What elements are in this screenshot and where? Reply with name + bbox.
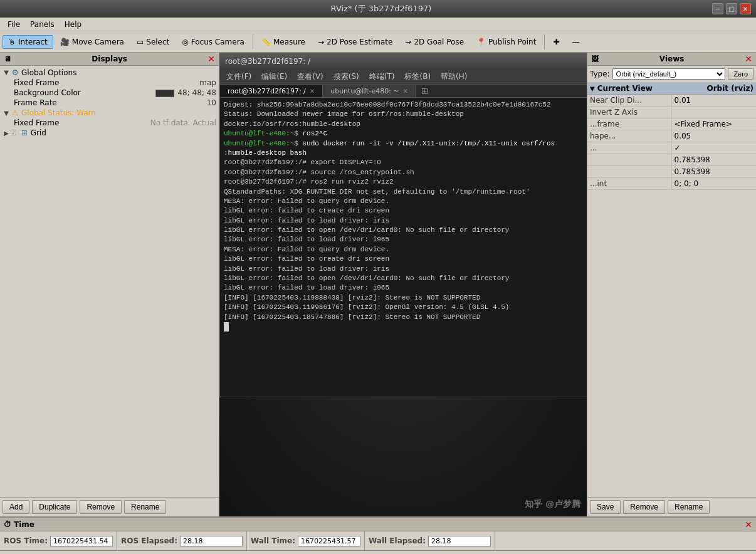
menu-help[interactable]: Help	[60, 19, 87, 30]
views-remove-button[interactable]: Remove	[623, 500, 665, 514]
frame-val[interactable]: <Fixed Frame>	[672, 118, 757, 130]
grid-checkbox[interactable]: ☑	[10, 128, 17, 137]
toolbar-publish-point[interactable]: 📍 Publish Point	[471, 35, 542, 49]
move-camera-icon: 🎥	[60, 38, 70, 46]
plus-icon: ✚	[553, 38, 559, 46]
terminal-body[interactable]: Digest: sha256:99ab7a8dba2ec10c76ee008df…	[220, 98, 587, 397]
separator1	[253, 34, 253, 50]
terminal-tab-1[interactable]: root@3b277d2f6197: / ✕	[220, 85, 323, 97]
views-row-val2: 0.785398	[587, 166, 756, 178]
tree-global-options[interactable]: ▼ ⚙ Global Options	[1, 67, 218, 78]
time-fields-row: ROS Time: 1670225431.54 ROS Elapsed: 28.…	[0, 531, 756, 550]
minimize-button[interactable]: ─	[712, 3, 723, 14]
views-row-val1: 0.785398	[587, 154, 756, 166]
toolbar-2d-pose[interactable]: → 2D Pose Estimate	[312, 35, 398, 49]
views-rename-button[interactable]: Rename	[668, 500, 710, 514]
tree-grid[interactable]: ▶ ☑ ⊞ Grid	[1, 128, 218, 138]
views-panel-header: 🖼 Views ✕	[587, 53, 756, 66]
tab2-close[interactable]: ✕	[403, 88, 408, 95]
val2-val[interactable]: 0.785398	[672, 166, 757, 177]
wall-elapsed-value: 28.18	[428, 536, 491, 546]
invert-z-val[interactable]	[672, 107, 757, 118]
terminal-tabs: root@3b277d2f6197: / ✕ ubuntu@lft-e480: …	[220, 85, 587, 98]
toolbar-focus-camera[interactable]: ◎ Focus Camera	[176, 35, 250, 49]
window-title: RViz* (于 3b277d2f6197)	[50, 3, 712, 14]
terminal-menu-view[interactable]: 查看(V)	[293, 71, 327, 83]
publish-icon: 📍	[476, 38, 486, 46]
ros-elapsed-label: ROS Elapsed:	[121, 536, 177, 545]
toolbar-2d-goal[interactable]: → 2D Goal Pose	[399, 35, 470, 49]
ros-time-label: ROS Time:	[4, 536, 48, 545]
pose-icon: →	[318, 38, 324, 46]
frame-rate-label: Frame Rate	[14, 98, 204, 107]
time-panel-close[interactable]: ✕	[745, 520, 752, 530]
current-view-label: Current View	[597, 84, 653, 93]
val1-val[interactable]: 0.785398	[672, 154, 757, 165]
terminal-title-bar[interactable]: root@3b277d2f6197: / ─ □ ✕	[220, 53, 587, 70]
ros-elapsed-value: 28.18	[180, 536, 243, 546]
measure-label: Measure	[273, 38, 305, 46]
tree-fixed-frame-status[interactable]: Fixed Frame No tf data. Actual	[1, 118, 218, 128]
views-type-row: Type: Orbit (rviz_default_) Zero	[587, 66, 756, 83]
term-line-1: Digest: sha256:99ab7a8dba2ec10c76ee008df…	[224, 100, 587, 110]
views-zero-button[interactable]: Zero	[728, 68, 753, 80]
tree-global-status[interactable]: ▼ ⚠ Global Status: Warn	[1, 108, 218, 118]
focus-label: Focus Camera	[191, 38, 244, 46]
close-button[interactable]: ✕	[740, 3, 751, 14]
tab1-close[interactable]: ✕	[310, 88, 315, 95]
duplicate-button[interactable]: Duplicate	[32, 500, 77, 514]
term-line-13: libGL error: failed to open /dev/dri/car…	[224, 226, 587, 235]
point-val[interactable]: 0; 0; 0	[672, 178, 757, 189]
tree-background-color[interactable]: Background Color 48; 48; 48	[1, 88, 218, 98]
global-options-label: Global Options	[21, 68, 216, 77]
near-clip-val[interactable]: 0.01	[672, 95, 757, 106]
terminal-menu-edit[interactable]: 编辑(E)	[258, 71, 291, 83]
term-line-18: libGL error: failed to open /dev/dri/car…	[224, 274, 587, 283]
wall-elapsed-label: Wall Elapsed:	[369, 536, 426, 545]
rename-button[interactable]: Rename	[124, 500, 166, 514]
terminal-menu-help[interactable]: 帮助(H)	[437, 71, 471, 83]
term-line-10: MESA: error: Failed to query drm device.	[224, 197, 587, 206]
invert-z-key: Invert Z Axis	[587, 107, 672, 118]
term-line-5b: :humble-desktop bash	[224, 149, 587, 158]
maximize-button[interactable]: □	[726, 3, 737, 14]
views-type-select[interactable]: Orbit (rviz_default_)	[612, 68, 726, 80]
views-panel: 🖼 Views ✕ Type: Orbit (rviz_default_) Ze…	[587, 53, 756, 516]
views-panel-close[interactable]: ✕	[745, 54, 752, 64]
add-button[interactable]: Add	[3, 500, 29, 514]
toolbar-plus[interactable]: ✚	[547, 35, 565, 49]
menu-file[interactable]: File	[3, 19, 25, 30]
minus-icon: —	[572, 38, 579, 46]
current-view-type: Orbit (rviz)	[706, 84, 753, 93]
toolbar-select[interactable]: ▭ Select	[131, 35, 175, 49]
toolbar-measure[interactable]: 📏 Measure	[256, 35, 311, 49]
pose-label: 2D Pose Estimate	[327, 38, 392, 46]
terminal-menu-search[interactable]: 搜索(S)	[330, 71, 363, 83]
menu-panels[interactable]: Panels	[25, 19, 60, 30]
move-camera-label: Move Camera	[72, 38, 124, 46]
term-line-17: libGL error: failed to load driver: iris	[224, 264, 587, 274]
terminal-tab-2[interactable]: ubuntu@lft-e480: ~ ✕	[323, 85, 416, 97]
toolbar-move-camera[interactable]: 🎥 Move Camera	[55, 35, 130, 49]
title-bar: RViz* (于 3b277d2f6197) ─ □ ✕	[0, 0, 756, 18]
global-status-label: Global Status: Warn	[21, 108, 216, 117]
terminal-menu-terminal[interactable]: 终端(T)	[365, 71, 399, 83]
window-controls[interactable]: ─ □ ✕	[712, 3, 756, 14]
remove-button[interactable]: Remove	[80, 500, 122, 514]
displays-panel-icon: 🖥	[4, 55, 11, 63]
terminal-menu-file[interactable]: 文件(F)	[223, 71, 255, 83]
toolbar-minus[interactable]: —	[566, 35, 585, 49]
frame-rate-value: 10	[204, 98, 216, 107]
views-save-button[interactable]: Save	[590, 500, 621, 514]
tree-fixed-frame[interactable]: Fixed Frame map	[1, 78, 218, 88]
toolbar-interact[interactable]: 🖱 Interact	[3, 35, 53, 49]
displays-panel-close[interactable]: ✕	[207, 54, 215, 64]
tree-frame-rate[interactable]: Frame Rate 10	[1, 98, 218, 108]
views-panel-title: Views	[659, 55, 685, 63]
terminal-new-tab[interactable]: ⊞	[416, 85, 434, 97]
views-content: ▼ Current View Orbit (rviz) Near Clip Di…	[587, 83, 756, 497]
terminal-menu-tab[interactable]: 标签(B)	[401, 71, 434, 83]
views-row-point: ...int 0; 0; 0	[587, 178, 756, 190]
shape-val[interactable]: 0.05	[672, 130, 757, 142]
check-val[interactable]: ✓	[672, 142, 757, 154]
